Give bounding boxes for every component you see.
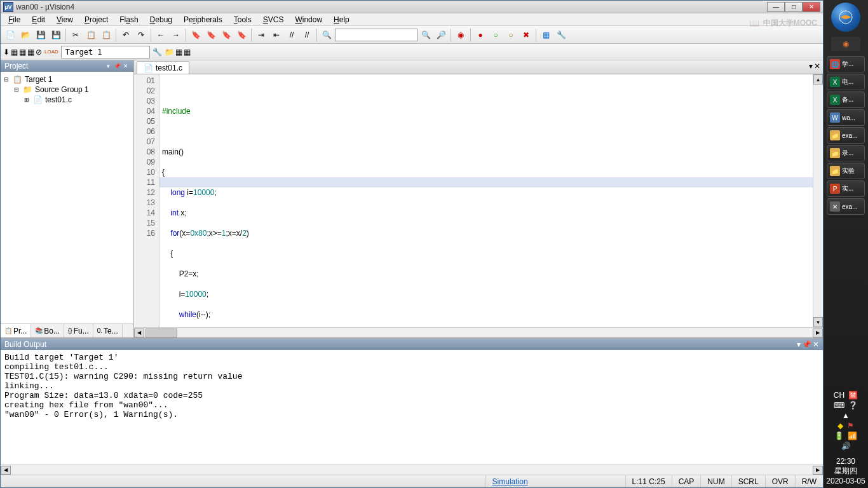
find-in-files-icon[interactable]: 🔍 xyxy=(320,28,334,42)
tab-books[interactable]: 📚Bo... xyxy=(31,324,64,337)
taskbar-item[interactable]: 🌐学... xyxy=(827,56,865,72)
panel-pin-icon[interactable]: 📌 xyxy=(113,62,121,70)
code-area[interactable]: #include main() { long i=10000; int x; f… xyxy=(159,74,813,327)
tray-volume-icon[interactable]: 🔊 xyxy=(841,442,851,451)
breakpoint-kill-icon[interactable]: ✖ xyxy=(519,28,533,42)
build-output-content[interactable]: Build target 'Target 1' compiling test01… xyxy=(1,350,823,464)
project-tree[interactable]: ⊟ 📋 Target 1 ⊟ 📁 Source Group 1 ⊞ 📄 test… xyxy=(1,72,133,323)
build-pin-icon[interactable]: 📌 xyxy=(802,340,811,349)
taskbar-item[interactable]: P实... xyxy=(827,180,865,197)
stop-build-icon[interactable]: ⊘ xyxy=(36,48,42,57)
tray-battery-icon[interactable]: 🔋 xyxy=(834,431,844,440)
find-icon[interactable]: 🔍 xyxy=(419,28,433,42)
build-scroll-left-icon[interactable]: ◀ xyxy=(1,466,11,475)
incremental-find-icon[interactable]: 🔎 xyxy=(434,28,448,42)
taskbar-item[interactable]: 📁exa... xyxy=(827,127,865,144)
tray-network-icon[interactable]: 📶 xyxy=(848,431,857,440)
tab-dropdown-icon[interactable]: ▾ xyxy=(809,62,813,71)
menu-flash[interactable]: Flash xyxy=(114,14,143,25)
start-button[interactable] xyxy=(831,3,860,32)
tray-action-icon[interactable]: ◆ xyxy=(837,421,843,430)
nav-fwd-icon[interactable]: → xyxy=(169,28,183,42)
scroll-up-icon[interactable]: ▲ xyxy=(813,74,823,85)
tray-flag-icon[interactable]: ⚑ xyxy=(847,421,854,430)
build-hscroll[interactable]: ◀ ▶ xyxy=(1,464,823,475)
editor-content[interactable]: 01020304050607080910111213141516 #includ… xyxy=(134,74,823,327)
bookmark-clear-icon[interactable]: 🔖 xyxy=(234,28,248,42)
build-dropdown-icon[interactable]: ▾ xyxy=(797,340,801,349)
target-combo[interactable]: Target 1 xyxy=(61,46,150,58)
minimize-button[interactable]: — xyxy=(767,2,785,12)
tab-templates[interactable]: 0.Te... xyxy=(93,324,123,337)
taskbar-clock[interactable]: 22:30 星期四 2020-03-05 xyxy=(826,454,865,488)
scroll-thumb[interactable] xyxy=(146,329,177,337)
taskbar-item[interactable]: X备... xyxy=(827,92,865,108)
scroll-right-icon[interactable]: ▶ xyxy=(813,329,823,337)
menu-edit[interactable]: Edit xyxy=(27,14,50,25)
new-file-icon[interactable]: 📄 xyxy=(3,28,17,42)
menu-file[interactable]: File xyxy=(3,14,25,25)
batch-build-icon[interactable]: ▦ xyxy=(27,48,34,57)
paste-icon[interactable]: 📋 xyxy=(99,28,113,42)
undo-icon[interactable]: ↶ xyxy=(119,28,133,42)
nav-back-icon[interactable]: ← xyxy=(154,28,168,42)
build-close-icon[interactable]: ✕ xyxy=(813,340,819,349)
tray-keyboard-icon[interactable]: ⌨ xyxy=(834,401,844,410)
save-all-icon[interactable]: 💾 xyxy=(49,28,63,42)
taskbar-item[interactable]: ✕exa... xyxy=(827,198,865,215)
save-icon[interactable]: 💾 xyxy=(34,28,48,42)
scroll-down-icon[interactable]: ▼ xyxy=(813,317,823,327)
copy-icon[interactable]: 📋 xyxy=(84,28,98,42)
tray-help-icon[interactable]: ❔ xyxy=(848,401,858,410)
vertical-scrollbar[interactable]: ▲ ▼ xyxy=(813,74,823,327)
manage-icon[interactable]: ▦ xyxy=(175,48,182,57)
open-file-icon[interactable]: 📂 xyxy=(18,28,32,42)
tree-file[interactable]: ⊞ 📄 test01.c xyxy=(3,95,131,105)
editor-tab-active[interactable]: 📄 test01.c xyxy=(137,61,189,74)
comment-icon[interactable]: // xyxy=(285,28,299,42)
title-bar[interactable]: µV wan00 - µVision4 — □ ✕ xyxy=(1,1,823,13)
uncomment-icon[interactable]: // xyxy=(300,28,314,42)
bookmark-prev-icon[interactable]: 🔖 xyxy=(204,28,218,42)
breakpoint-enable-icon[interactable]: ○ xyxy=(489,28,503,42)
rebuild-icon[interactable]: ▦ xyxy=(19,48,26,57)
tray-ime-icon[interactable]: 🈲 xyxy=(848,391,858,400)
menu-project[interactable]: Project xyxy=(79,14,113,25)
outdent-icon[interactable]: ⇤ xyxy=(269,28,283,42)
taskbar-item[interactable]: X电... xyxy=(827,74,865,90)
scroll-left-icon[interactable]: ◀ xyxy=(134,329,144,337)
menu-svcs[interactable]: SVCS xyxy=(258,14,289,25)
horizontal-scrollbar[interactable]: ◀ ▶ xyxy=(134,327,823,337)
indent-icon[interactable]: ⇥ xyxy=(254,28,268,42)
tree-target[interactable]: ⊟ 📋 Target 1 xyxy=(3,74,131,85)
tray-ch-label[interactable]: CH xyxy=(834,391,844,400)
cut-icon[interactable]: ✂ xyxy=(69,28,83,42)
manage2-icon[interactable]: ▦ xyxy=(184,48,191,57)
tray-up-icon[interactable]: ▲ xyxy=(842,411,850,420)
breakpoint-disable-icon[interactable]: ○ xyxy=(504,28,518,42)
tab-close-icon[interactable]: ✕ xyxy=(814,62,820,71)
close-button[interactable]: ✕ xyxy=(803,2,820,12)
maximize-button[interactable]: □ xyxy=(785,2,803,12)
breakpoint-insert-icon[interactable]: ● xyxy=(473,28,487,42)
build-icon[interactable]: ▦ xyxy=(11,48,18,57)
tree-group[interactable]: ⊟ 📁 Source Group 1 xyxy=(3,85,131,95)
taskbar-item[interactable]: Wwa... xyxy=(827,109,865,126)
tab-project[interactable]: 📋Pr... xyxy=(1,324,31,337)
find-combo[interactable] xyxy=(335,29,417,41)
bookmark-next-icon[interactable]: 🔖 xyxy=(219,28,233,42)
taskbar-item[interactable]: 📁实验 xyxy=(827,163,865,179)
menu-peripherals[interactable]: Peripherals xyxy=(179,14,227,25)
redo-icon[interactable]: ↷ xyxy=(134,28,148,42)
download-icon[interactable]: LOAD xyxy=(44,49,58,55)
taskbar-item[interactable]: 📁录... xyxy=(827,145,865,161)
tab-functions[interactable]: {}Fu... xyxy=(64,324,93,337)
window-icon[interactable]: ▦ xyxy=(539,28,553,42)
menu-view[interactable]: View xyxy=(51,14,78,25)
panel-dropdown-icon[interactable]: ▾ xyxy=(104,62,112,70)
menu-tools[interactable]: Tools xyxy=(229,14,257,25)
options-icon[interactable]: 🔧 xyxy=(153,48,162,57)
file-ext-icon[interactable]: 📁 xyxy=(165,48,174,57)
configure-icon[interactable]: 🔧 xyxy=(554,28,568,42)
translate-icon[interactable]: ⬇ xyxy=(3,48,10,57)
